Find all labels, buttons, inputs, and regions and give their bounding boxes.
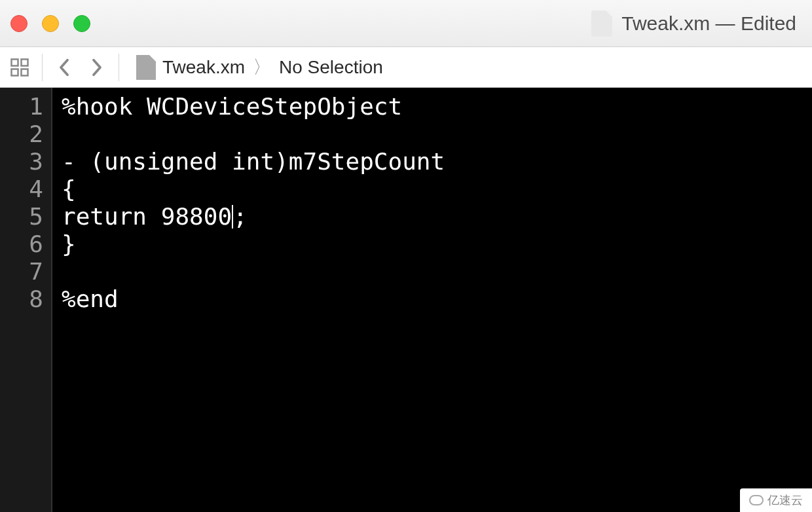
code-line[interactable]: %end <box>62 285 803 313</box>
code-line[interactable]: } <box>62 230 803 258</box>
code-line[interactable]: - (unsigned int)m7StepCount <box>62 148 803 175</box>
breadcrumb[interactable]: Tweak.xm 〉 No Selection <box>162 55 383 80</box>
code-editor[interactable]: 12345678 %hook WCDeviceStepObject- (unsi… <box>0 88 812 512</box>
close-button[interactable] <box>10 15 28 32</box>
line-number-gutter: 12345678 <box>0 88 52 512</box>
traffic-lights <box>10 15 90 32</box>
nav-forward-button[interactable] <box>81 51 113 84</box>
related-items-icon[interactable] <box>7 54 33 81</box>
text-cursor <box>232 205 233 229</box>
code-line[interactable]: %hook WCDeviceStepObject <box>62 93 803 120</box>
svg-rect-3 <box>22 69 28 75</box>
line-number: 2 <box>0 120 43 148</box>
line-number: 3 <box>0 148 43 175</box>
divider <box>119 54 119 81</box>
code-line[interactable] <box>62 120 803 148</box>
window-title-section: Tweak.xm — Edited <box>591 10 796 37</box>
line-number: 8 <box>0 285 43 313</box>
line-number: 1 <box>0 93 43 120</box>
cloud-icon <box>749 495 764 505</box>
breadcrumb-selection[interactable]: No Selection <box>279 57 383 78</box>
line-number: 5 <box>0 203 43 230</box>
divider <box>42 54 43 81</box>
line-number: 7 <box>0 258 43 285</box>
svg-rect-2 <box>12 69 18 75</box>
line-number: 6 <box>0 230 43 258</box>
svg-rect-1 <box>22 59 28 65</box>
file-icon <box>136 55 156 80</box>
line-number: 4 <box>0 175 43 203</box>
watermark: 亿速云 <box>740 488 812 512</box>
file-icon <box>591 10 612 37</box>
watermark-text: 亿速云 <box>767 492 803 508</box>
code-line[interactable]: { <box>62 175 803 203</box>
minimize-button[interactable] <box>42 15 59 32</box>
svg-rect-0 <box>12 59 18 65</box>
code-line[interactable] <box>62 258 803 285</box>
breadcrumb-file[interactable]: Tweak.xm <box>162 57 245 78</box>
nav-back-button[interactable] <box>48 51 81 84</box>
breadcrumb-bar: Tweak.xm 〉 No Selection <box>0 47 812 88</box>
code-line[interactable]: return 98800; <box>62 203 803 230</box>
window-title: Tweak.xm — Edited <box>621 12 796 35</box>
chevron-right-icon: 〉 <box>253 55 271 80</box>
window-titlebar: Tweak.xm — Edited <box>0 0 812 47</box>
maximize-button[interactable] <box>73 15 90 32</box>
code-area[interactable]: %hook WCDeviceStepObject- (unsigned int)… <box>52 88 812 512</box>
